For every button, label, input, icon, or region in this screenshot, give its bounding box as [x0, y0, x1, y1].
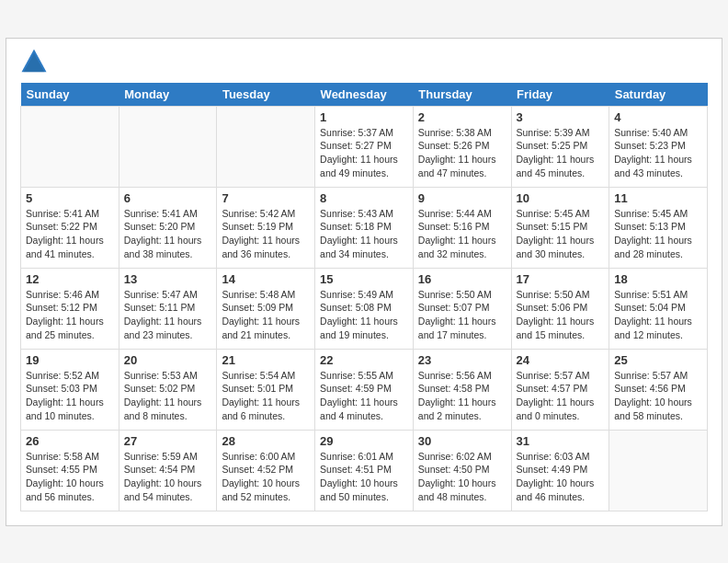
calendar-cell: 29Sunrise: 6:01 AM Sunset: 4:51 PM Dayli… — [315, 430, 414, 511]
calendar-cell: 2Sunrise: 5:38 AM Sunset: 5:26 PM Daylig… — [413, 106, 511, 187]
calendar-cell: 27Sunrise: 5:59 AM Sunset: 4:54 PM Dayli… — [119, 430, 217, 511]
day-number: 6 — [124, 191, 212, 205]
day-number: 19 — [26, 353, 114, 367]
weekday-header-sunday: Sunday — [21, 83, 119, 107]
day-info: Sunrise: 5:49 AM Sunset: 5:08 PM Dayligh… — [320, 288, 408, 342]
day-info: Sunrise: 5:46 AM Sunset: 5:12 PM Dayligh… — [26, 288, 114, 342]
day-number: 18 — [614, 272, 702, 286]
day-info: Sunrise: 5:53 AM Sunset: 5:02 PM Dayligh… — [124, 369, 212, 423]
day-number: 2 — [418, 110, 506, 124]
day-info: Sunrise: 5:56 AM Sunset: 4:58 PM Dayligh… — [418, 369, 506, 423]
day-info: Sunrise: 6:02 AM Sunset: 4:50 PM Dayligh… — [418, 450, 506, 504]
calendar-table: SundayMondayTuesdayWednesdayThursdayFrid… — [20, 83, 708, 511]
week-row-5: 26Sunrise: 5:58 AM Sunset: 4:55 PM Dayli… — [21, 430, 708, 511]
calendar-cell: 17Sunrise: 5:50 AM Sunset: 5:06 PM Dayli… — [511, 268, 609, 349]
day-info: Sunrise: 5:50 AM Sunset: 5:06 PM Dayligh… — [517, 288, 605, 342]
day-info: Sunrise: 5:41 AM Sunset: 5:20 PM Dayligh… — [124, 207, 212, 261]
day-number: 7 — [222, 191, 310, 205]
week-row-2: 5Sunrise: 5:41 AM Sunset: 5:22 PM Daylig… — [21, 187, 708, 268]
day-info: Sunrise: 5:47 AM Sunset: 5:11 PM Dayligh… — [124, 288, 212, 342]
weekday-header-thursday: Thursday — [413, 83, 511, 107]
calendar-cell — [21, 106, 119, 187]
day-number: 27 — [124, 434, 212, 448]
calendar-cell — [119, 106, 217, 187]
day-info: Sunrise: 5:50 AM Sunset: 5:07 PM Dayligh… — [418, 288, 506, 342]
day-number: 3 — [517, 110, 605, 124]
day-number: 1 — [320, 110, 408, 124]
day-number: 23 — [418, 353, 506, 367]
day-info: Sunrise: 5:57 AM Sunset: 4:56 PM Dayligh… — [614, 369, 702, 423]
day-info: Sunrise: 5:39 AM Sunset: 5:25 PM Dayligh… — [517, 126, 605, 180]
day-info: Sunrise: 6:01 AM Sunset: 4:51 PM Dayligh… — [320, 450, 408, 504]
calendar-cell: 13Sunrise: 5:47 AM Sunset: 5:11 PM Dayli… — [119, 268, 217, 349]
day-number: 4 — [614, 110, 702, 124]
calendar-cell: 31Sunrise: 6:03 AM Sunset: 4:49 PM Dayli… — [511, 430, 609, 511]
day-number: 24 — [517, 353, 605, 367]
day-number: 26 — [26, 434, 114, 448]
day-info: Sunrise: 5:51 AM Sunset: 5:04 PM Dayligh… — [614, 288, 702, 342]
day-number: 25 — [614, 353, 702, 367]
calendar-cell: 30Sunrise: 6:02 AM Sunset: 4:50 PM Dayli… — [413, 430, 511, 511]
logo-icon — [20, 48, 48, 75]
day-info: Sunrise: 5:52 AM Sunset: 5:03 PM Dayligh… — [26, 369, 114, 423]
day-number: 20 — [124, 353, 212, 367]
calendar-cell: 19Sunrise: 5:52 AM Sunset: 5:03 PM Dayli… — [21, 349, 119, 430]
calendar-cell: 4Sunrise: 5:40 AM Sunset: 5:23 PM Daylig… — [609, 106, 708, 187]
calendar-cell: 14Sunrise: 5:48 AM Sunset: 5:09 PM Dayli… — [217, 268, 315, 349]
calendar-container: SundayMondayTuesdayWednesdayThursdayFrid… — [6, 38, 722, 526]
calendar-cell: 11Sunrise: 5:45 AM Sunset: 5:13 PM Dayli… — [609, 187, 708, 268]
calendar-cell: 20Sunrise: 5:53 AM Sunset: 5:02 PM Dayli… — [119, 349, 217, 430]
calendar-cell: 3Sunrise: 5:39 AM Sunset: 5:25 PM Daylig… — [511, 106, 609, 187]
day-number: 29 — [320, 434, 408, 448]
day-number: 14 — [222, 272, 310, 286]
calendar-cell: 23Sunrise: 5:56 AM Sunset: 4:58 PM Dayli… — [413, 349, 511, 430]
calendar-cell: 10Sunrise: 5:45 AM Sunset: 5:15 PM Dayli… — [511, 187, 609, 268]
calendar-cell: 15Sunrise: 5:49 AM Sunset: 5:08 PM Dayli… — [315, 268, 414, 349]
calendar-cell: 28Sunrise: 6:00 AM Sunset: 4:52 PM Dayli… — [217, 430, 315, 511]
weekday-header-saturday: Saturday — [609, 83, 708, 107]
logo — [20, 48, 51, 75]
calendar-cell: 9Sunrise: 5:44 AM Sunset: 5:16 PM Daylig… — [413, 187, 511, 268]
day-number: 11 — [614, 191, 702, 205]
day-info: Sunrise: 5:37 AM Sunset: 5:27 PM Dayligh… — [320, 126, 408, 180]
day-info: Sunrise: 5:44 AM Sunset: 5:16 PM Dayligh… — [418, 207, 506, 261]
day-info: Sunrise: 5:43 AM Sunset: 5:18 PM Dayligh… — [320, 207, 408, 261]
calendar-cell: 26Sunrise: 5:58 AM Sunset: 4:55 PM Dayli… — [21, 430, 119, 511]
day-number: 13 — [124, 272, 212, 286]
calendar-cell: 8Sunrise: 5:43 AM Sunset: 5:18 PM Daylig… — [315, 187, 414, 268]
day-info: Sunrise: 5:58 AM Sunset: 4:55 PM Dayligh… — [26, 450, 114, 504]
calendar-cell — [217, 106, 315, 187]
calendar-cell: 12Sunrise: 5:46 AM Sunset: 5:12 PM Dayli… — [21, 268, 119, 349]
calendar-cell: 16Sunrise: 5:50 AM Sunset: 5:07 PM Dayli… — [413, 268, 511, 349]
weekday-header-friday: Friday — [511, 83, 609, 107]
day-info: Sunrise: 5:48 AM Sunset: 5:09 PM Dayligh… — [222, 288, 310, 342]
weekday-header-tuesday: Tuesday — [217, 83, 315, 107]
week-row-4: 19Sunrise: 5:52 AM Sunset: 5:03 PM Dayli… — [21, 349, 708, 430]
day-number: 8 — [320, 191, 408, 205]
day-info: Sunrise: 5:41 AM Sunset: 5:22 PM Dayligh… — [26, 207, 114, 261]
day-number: 17 — [517, 272, 605, 286]
weekday-header-monday: Monday — [119, 83, 217, 107]
calendar-header — [20, 48, 708, 75]
day-info: Sunrise: 5:54 AM Sunset: 5:01 PM Dayligh… — [222, 369, 310, 423]
day-info: Sunrise: 5:38 AM Sunset: 5:26 PM Dayligh… — [418, 126, 506, 180]
day-number: 10 — [517, 191, 605, 205]
week-row-1: 1Sunrise: 5:37 AM Sunset: 5:27 PM Daylig… — [21, 106, 708, 187]
day-number: 30 — [418, 434, 506, 448]
day-info: Sunrise: 6:03 AM Sunset: 4:49 PM Dayligh… — [517, 450, 605, 504]
day-number: 21 — [222, 353, 310, 367]
day-info: Sunrise: 5:45 AM Sunset: 5:13 PM Dayligh… — [614, 207, 702, 261]
day-number: 15 — [320, 272, 408, 286]
calendar-cell: 7Sunrise: 5:42 AM Sunset: 5:19 PM Daylig… — [217, 187, 315, 268]
day-info: Sunrise: 5:42 AM Sunset: 5:19 PM Dayligh… — [222, 207, 310, 261]
day-info: Sunrise: 5:45 AM Sunset: 5:15 PM Dayligh… — [517, 207, 605, 261]
day-info: Sunrise: 5:57 AM Sunset: 4:57 PM Dayligh… — [517, 369, 605, 423]
day-number: 5 — [26, 191, 114, 205]
day-number: 12 — [26, 272, 114, 286]
day-info: Sunrise: 5:40 AM Sunset: 5:23 PM Dayligh… — [614, 126, 702, 180]
calendar-cell: 25Sunrise: 5:57 AM Sunset: 4:56 PM Dayli… — [609, 349, 708, 430]
calendar-cell: 1Sunrise: 5:37 AM Sunset: 5:27 PM Daylig… — [315, 106, 414, 187]
calendar-cell: 24Sunrise: 5:57 AM Sunset: 4:57 PM Dayli… — [511, 349, 609, 430]
day-number: 31 — [517, 434, 605, 448]
day-info: Sunrise: 6:00 AM Sunset: 4:52 PM Dayligh… — [222, 450, 310, 504]
